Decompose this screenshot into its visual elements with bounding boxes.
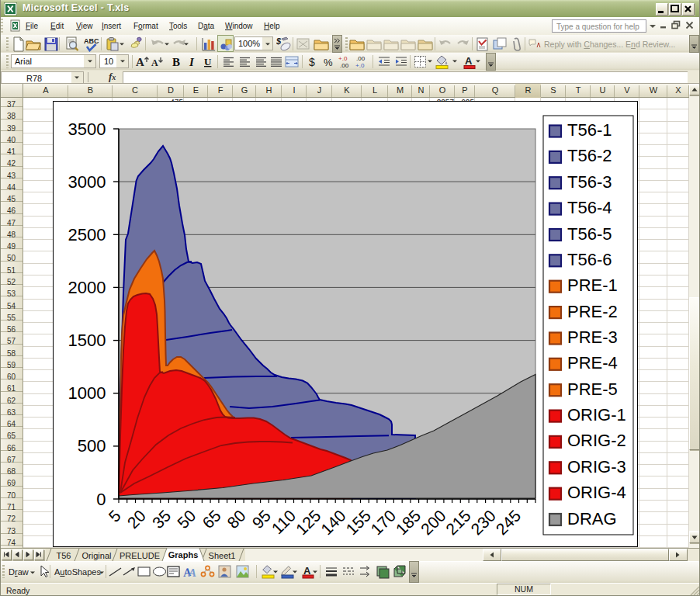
svg-text:+.0: +.0 xyxy=(355,62,365,69)
svg-text:A: A xyxy=(136,56,144,68)
svg-text:PRE-4: PRE-4 xyxy=(567,353,618,372)
svg-text:2500: 2500 xyxy=(68,225,106,244)
svg-text:1500: 1500 xyxy=(68,331,106,350)
svg-text:245: 245 xyxy=(492,507,524,539)
svg-text:110: 110 xyxy=(268,507,299,538)
svg-text:PRE-3: PRE-3 xyxy=(567,327,618,347)
svg-text:140: 140 xyxy=(317,507,349,539)
svg-text:50: 50 xyxy=(174,507,199,532)
svg-text:$: $ xyxy=(276,36,282,46)
svg-text:200: 200 xyxy=(418,507,449,539)
svg-text:500: 500 xyxy=(78,436,106,456)
svg-text:A: A xyxy=(465,55,473,67)
svg-text:3000: 3000 xyxy=(68,172,106,192)
svg-text:PRE-2: PRE-2 xyxy=(567,302,618,321)
svg-text:T56-5: T56-5 xyxy=(567,224,612,244)
svg-text:.00: .00 xyxy=(356,55,366,62)
svg-text:ORIG-2: ORIG-2 xyxy=(567,431,626,450)
svg-text:A: A xyxy=(188,567,196,579)
svg-text:A: A xyxy=(151,57,158,68)
svg-text:T56-4: T56-4 xyxy=(567,198,612,217)
svg-text:ORIG-3: ORIG-3 xyxy=(567,457,626,476)
svg-text:5: 5 xyxy=(105,507,124,526)
svg-text:35: 35 xyxy=(148,507,174,532)
svg-text:3500: 3500 xyxy=(68,120,106,139)
svg-text:ORIG-1: ORIG-1 xyxy=(567,405,626,424)
svg-text:170: 170 xyxy=(367,507,399,539)
svg-text:2000: 2000 xyxy=(68,278,106,297)
svg-text:T56-6: T56-6 xyxy=(567,250,612,269)
svg-text:230: 230 xyxy=(467,507,499,539)
svg-text:.00: .00 xyxy=(340,62,349,69)
svg-text:65: 65 xyxy=(199,507,224,532)
svg-text:PRE-1: PRE-1 xyxy=(567,275,618,295)
svg-text:DRAG: DRAG xyxy=(567,509,617,528)
svg-text:215: 215 xyxy=(442,507,474,539)
svg-text:185: 185 xyxy=(392,507,424,539)
svg-text:0: 0 xyxy=(96,490,106,509)
svg-text:T56-3: T56-3 xyxy=(567,172,612,192)
svg-text:T56-1: T56-1 xyxy=(567,120,612,140)
svg-text:155: 155 xyxy=(342,507,374,539)
svg-text:1000: 1000 xyxy=(68,383,106,403)
svg-text:ABC: ABC xyxy=(84,37,99,45)
svg-text:U: U xyxy=(204,56,212,68)
svg-text:I: I xyxy=(189,56,195,68)
svg-text:20: 20 xyxy=(123,507,149,532)
svg-text:125: 125 xyxy=(293,507,324,539)
svg-text:ORIG-4: ORIG-4 xyxy=(567,483,626,502)
svg-text:B: B xyxy=(172,56,180,68)
svg-text:+.0: +.0 xyxy=(338,55,348,62)
svg-text:$: $ xyxy=(309,56,315,68)
svg-text:%: % xyxy=(324,57,333,68)
svg-text:PRE-5: PRE-5 xyxy=(567,379,618,399)
svg-text:T56-2: T56-2 xyxy=(567,146,612,165)
svg-text:80: 80 xyxy=(224,507,249,532)
